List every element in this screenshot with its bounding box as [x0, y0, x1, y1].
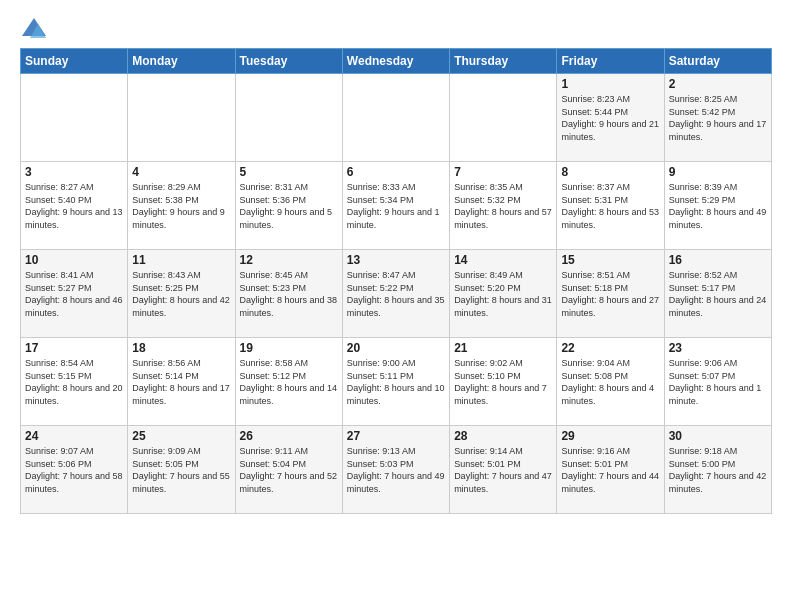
- day-info: Sunrise: 8:51 AM Sunset: 5:18 PM Dayligh…: [561, 269, 659, 319]
- calendar-cell: [342, 74, 449, 162]
- weekday-header: Thursday: [450, 49, 557, 74]
- day-number: 6: [347, 165, 445, 179]
- day-number: 13: [347, 253, 445, 267]
- day-number: 21: [454, 341, 552, 355]
- day-info: Sunrise: 8:37 AM Sunset: 5:31 PM Dayligh…: [561, 181, 659, 231]
- day-number: 10: [25, 253, 123, 267]
- day-number: 11: [132, 253, 230, 267]
- day-info: Sunrise: 8:27 AM Sunset: 5:40 PM Dayligh…: [25, 181, 123, 231]
- day-number: 3: [25, 165, 123, 179]
- day-number: 14: [454, 253, 552, 267]
- day-info: Sunrise: 9:14 AM Sunset: 5:01 PM Dayligh…: [454, 445, 552, 495]
- calendar-cell: 30Sunrise: 9:18 AM Sunset: 5:00 PM Dayli…: [664, 426, 771, 514]
- calendar-cell: 20Sunrise: 9:00 AM Sunset: 5:11 PM Dayli…: [342, 338, 449, 426]
- day-number: 5: [240, 165, 338, 179]
- day-info: Sunrise: 9:02 AM Sunset: 5:10 PM Dayligh…: [454, 357, 552, 407]
- day-info: Sunrise: 8:49 AM Sunset: 5:20 PM Dayligh…: [454, 269, 552, 319]
- day-info: Sunrise: 8:39 AM Sunset: 5:29 PM Dayligh…: [669, 181, 767, 231]
- day-info: Sunrise: 8:29 AM Sunset: 5:38 PM Dayligh…: [132, 181, 230, 231]
- calendar-cell: 29Sunrise: 9:16 AM Sunset: 5:01 PM Dayli…: [557, 426, 664, 514]
- calendar-cell: 6Sunrise: 8:33 AM Sunset: 5:34 PM Daylig…: [342, 162, 449, 250]
- calendar-week-row: 1Sunrise: 8:23 AM Sunset: 5:44 PM Daylig…: [21, 74, 772, 162]
- calendar-cell: 16Sunrise: 8:52 AM Sunset: 5:17 PM Dayli…: [664, 250, 771, 338]
- calendar-cell: 25Sunrise: 9:09 AM Sunset: 5:05 PM Dayli…: [128, 426, 235, 514]
- calendar-cell: 13Sunrise: 8:47 AM Sunset: 5:22 PM Dayli…: [342, 250, 449, 338]
- day-number: 1: [561, 77, 659, 91]
- calendar-cell: 9Sunrise: 8:39 AM Sunset: 5:29 PM Daylig…: [664, 162, 771, 250]
- day-info: Sunrise: 8:52 AM Sunset: 5:17 PM Dayligh…: [669, 269, 767, 319]
- day-number: 30: [669, 429, 767, 443]
- calendar-cell: [21, 74, 128, 162]
- calendar-cell: 24Sunrise: 9:07 AM Sunset: 5:06 PM Dayli…: [21, 426, 128, 514]
- day-info: Sunrise: 8:25 AM Sunset: 5:42 PM Dayligh…: [669, 93, 767, 143]
- day-number: 27: [347, 429, 445, 443]
- calendar-cell: 17Sunrise: 8:54 AM Sunset: 5:15 PM Dayli…: [21, 338, 128, 426]
- calendar: SundayMondayTuesdayWednesdayThursdayFrid…: [20, 48, 772, 514]
- day-info: Sunrise: 8:58 AM Sunset: 5:12 PM Dayligh…: [240, 357, 338, 407]
- day-number: 8: [561, 165, 659, 179]
- calendar-week-row: 24Sunrise: 9:07 AM Sunset: 5:06 PM Dayli…: [21, 426, 772, 514]
- weekday-header: Wednesday: [342, 49, 449, 74]
- day-number: 17: [25, 341, 123, 355]
- calendar-cell: 8Sunrise: 8:37 AM Sunset: 5:31 PM Daylig…: [557, 162, 664, 250]
- day-info: Sunrise: 8:35 AM Sunset: 5:32 PM Dayligh…: [454, 181, 552, 231]
- weekday-header: Saturday: [664, 49, 771, 74]
- weekday-header: Sunday: [21, 49, 128, 74]
- calendar-cell: [450, 74, 557, 162]
- calendar-cell: 14Sunrise: 8:49 AM Sunset: 5:20 PM Dayli…: [450, 250, 557, 338]
- calendar-cell: 10Sunrise: 8:41 AM Sunset: 5:27 PM Dayli…: [21, 250, 128, 338]
- calendar-cell: 18Sunrise: 8:56 AM Sunset: 5:14 PM Dayli…: [128, 338, 235, 426]
- calendar-cell: 1Sunrise: 8:23 AM Sunset: 5:44 PM Daylig…: [557, 74, 664, 162]
- day-info: Sunrise: 9:04 AM Sunset: 5:08 PM Dayligh…: [561, 357, 659, 407]
- day-number: 7: [454, 165, 552, 179]
- calendar-week-row: 10Sunrise: 8:41 AM Sunset: 5:27 PM Dayli…: [21, 250, 772, 338]
- day-info: Sunrise: 9:00 AM Sunset: 5:11 PM Dayligh…: [347, 357, 445, 407]
- day-info: Sunrise: 9:09 AM Sunset: 5:05 PM Dayligh…: [132, 445, 230, 495]
- day-info: Sunrise: 9:06 AM Sunset: 5:07 PM Dayligh…: [669, 357, 767, 407]
- calendar-cell: 27Sunrise: 9:13 AM Sunset: 5:03 PM Dayli…: [342, 426, 449, 514]
- day-info: Sunrise: 9:18 AM Sunset: 5:00 PM Dayligh…: [669, 445, 767, 495]
- day-number: 25: [132, 429, 230, 443]
- day-info: Sunrise: 9:07 AM Sunset: 5:06 PM Dayligh…: [25, 445, 123, 495]
- calendar-cell: 12Sunrise: 8:45 AM Sunset: 5:23 PM Dayli…: [235, 250, 342, 338]
- day-number: 29: [561, 429, 659, 443]
- day-number: 22: [561, 341, 659, 355]
- calendar-cell: 3Sunrise: 8:27 AM Sunset: 5:40 PM Daylig…: [21, 162, 128, 250]
- header: [20, 16, 772, 40]
- logo-icon: [20, 16, 48, 40]
- calendar-cell: 15Sunrise: 8:51 AM Sunset: 5:18 PM Dayli…: [557, 250, 664, 338]
- day-info: Sunrise: 8:33 AM Sunset: 5:34 PM Dayligh…: [347, 181, 445, 231]
- day-info: Sunrise: 8:47 AM Sunset: 5:22 PM Dayligh…: [347, 269, 445, 319]
- calendar-cell: [235, 74, 342, 162]
- logo: [20, 16, 52, 40]
- weekday-header-row: SundayMondayTuesdayWednesdayThursdayFrid…: [21, 49, 772, 74]
- day-number: 2: [669, 77, 767, 91]
- day-info: Sunrise: 9:11 AM Sunset: 5:04 PM Dayligh…: [240, 445, 338, 495]
- calendar-cell: 22Sunrise: 9:04 AM Sunset: 5:08 PM Dayli…: [557, 338, 664, 426]
- day-number: 15: [561, 253, 659, 267]
- day-info: Sunrise: 8:43 AM Sunset: 5:25 PM Dayligh…: [132, 269, 230, 319]
- calendar-week-row: 17Sunrise: 8:54 AM Sunset: 5:15 PM Dayli…: [21, 338, 772, 426]
- page-container: SundayMondayTuesdayWednesdayThursdayFrid…: [0, 0, 792, 524]
- calendar-cell: 2Sunrise: 8:25 AM Sunset: 5:42 PM Daylig…: [664, 74, 771, 162]
- day-number: 16: [669, 253, 767, 267]
- calendar-cell: 23Sunrise: 9:06 AM Sunset: 5:07 PM Dayli…: [664, 338, 771, 426]
- day-info: Sunrise: 8:31 AM Sunset: 5:36 PM Dayligh…: [240, 181, 338, 231]
- day-number: 20: [347, 341, 445, 355]
- day-number: 18: [132, 341, 230, 355]
- weekday-header: Monday: [128, 49, 235, 74]
- day-info: Sunrise: 8:54 AM Sunset: 5:15 PM Dayligh…: [25, 357, 123, 407]
- calendar-week-row: 3Sunrise: 8:27 AM Sunset: 5:40 PM Daylig…: [21, 162, 772, 250]
- day-number: 24: [25, 429, 123, 443]
- day-number: 26: [240, 429, 338, 443]
- calendar-cell: 7Sunrise: 8:35 AM Sunset: 5:32 PM Daylig…: [450, 162, 557, 250]
- calendar-cell: 21Sunrise: 9:02 AM Sunset: 5:10 PM Dayli…: [450, 338, 557, 426]
- calendar-cell: 5Sunrise: 8:31 AM Sunset: 5:36 PM Daylig…: [235, 162, 342, 250]
- day-number: 9: [669, 165, 767, 179]
- day-number: 4: [132, 165, 230, 179]
- calendar-cell: [128, 74, 235, 162]
- day-info: Sunrise: 8:41 AM Sunset: 5:27 PM Dayligh…: [25, 269, 123, 319]
- calendar-cell: 11Sunrise: 8:43 AM Sunset: 5:25 PM Dayli…: [128, 250, 235, 338]
- day-info: Sunrise: 9:16 AM Sunset: 5:01 PM Dayligh…: [561, 445, 659, 495]
- day-number: 12: [240, 253, 338, 267]
